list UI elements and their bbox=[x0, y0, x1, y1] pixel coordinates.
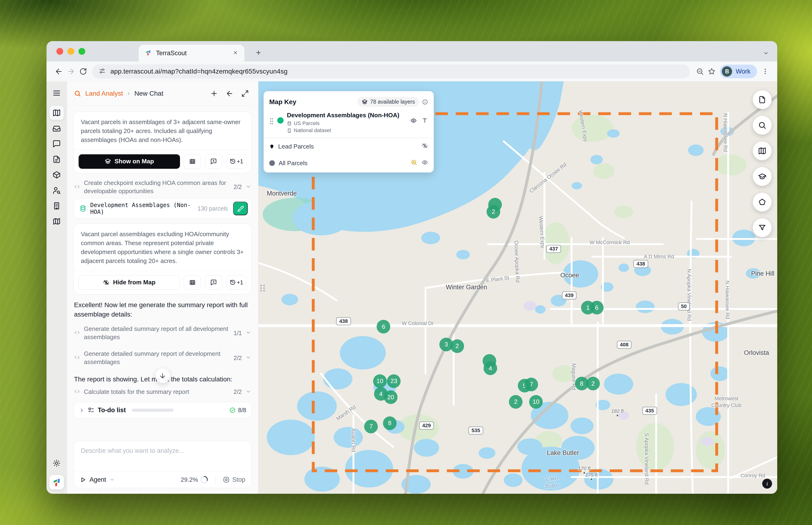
info-icon[interactable] bbox=[422, 99, 428, 105]
sidebar-item-documents[interactable] bbox=[49, 152, 64, 166]
map-attribution-info-button[interactable]: i bbox=[762, 479, 772, 489]
stop-button[interactable]: Stop bbox=[223, 476, 245, 483]
chevron-down-icon[interactable] bbox=[246, 355, 251, 361]
browser-tab[interactable]: TerraScout bbox=[139, 45, 244, 62]
tool-call-label: Create checkpoint excluding HOA common a… bbox=[84, 179, 230, 195]
terrascout-logo[interactable] bbox=[49, 475, 64, 490]
todo-list-card[interactable]: To-do list 8/8 bbox=[74, 402, 251, 418]
history-button[interactable]: +1 bbox=[226, 154, 247, 169]
query-card: Vacant parcels in assemblages of 3+ adja… bbox=[74, 111, 251, 173]
map-key-layer-title: Development Assemblages (Non-HOA) bbox=[287, 111, 407, 119]
tool-call-row[interactable]: Calculate totals for the summary report … bbox=[74, 388, 251, 396]
layer-hidden-icon[interactable] bbox=[422, 142, 428, 151]
site-info-icon[interactable] bbox=[99, 68, 106, 75]
map-canvas[interactable]: MontverdeWinter GardenOcoeeOrlovistaPine… bbox=[258, 81, 777, 494]
report-file-button[interactable] bbox=[753, 90, 771, 109]
parcel-cluster-marker[interactable]: 4 bbox=[484, 361, 497, 375]
parcel-cluster-marker[interactable]: 8 bbox=[383, 417, 397, 430]
bookmark-star-icon[interactable] bbox=[706, 65, 718, 77]
sidebar-item-map[interactable] bbox=[49, 106, 64, 120]
back-icon[interactable] bbox=[52, 65, 65, 77]
map-search-button[interactable] bbox=[753, 116, 771, 135]
parcel-cluster-marker[interactable]: 7 bbox=[364, 420, 378, 433]
available-layers-badge[interactable]: 78 available layers bbox=[357, 97, 419, 107]
sidebar-item-leads[interactable] bbox=[49, 183, 64, 197]
chevron-down-icon[interactable] bbox=[246, 389, 251, 395]
chevron-down-icon[interactable] bbox=[246, 330, 251, 336]
layer-visibility-icon[interactable] bbox=[422, 159, 428, 167]
url-bar[interactable]: app.terrascout.ai/map?chatId=hqn4zemqkeq… bbox=[92, 64, 690, 78]
tab-close-icon[interactable] bbox=[233, 50, 238, 56]
parcel-cluster-marker[interactable]: 2 bbox=[586, 377, 600, 390]
forward-icon[interactable] bbox=[65, 65, 77, 77]
parcel-cluster-marker[interactable]: 7 bbox=[524, 378, 538, 391]
chevron-down-icon[interactable] bbox=[246, 184, 251, 190]
panel-resize-handle[interactable] bbox=[260, 285, 265, 291]
parcel-cluster-marker[interactable]: 2 bbox=[487, 205, 500, 219]
chevron-right-icon[interactable] bbox=[79, 407, 85, 413]
parcel-cluster-marker[interactable]: 23 bbox=[387, 374, 401, 388]
style-layer-button[interactable] bbox=[233, 201, 248, 215]
todo-list-icon bbox=[88, 407, 94, 414]
agent-mode-selector[interactable]: Agent bbox=[90, 476, 106, 483]
tool-call-row[interactable]: Generate detailed summary report of deve… bbox=[74, 350, 251, 366]
tab-list-chevron-icon[interactable] bbox=[763, 50, 769, 57]
tool-call-row[interactable]: Generate detailed summary report of all … bbox=[74, 325, 251, 341]
sidebar-item-organizations[interactable] bbox=[49, 199, 64, 213]
drag-handle-icon[interactable] bbox=[269, 118, 274, 126]
parcel-cluster-marker[interactable]: 6 bbox=[377, 320, 390, 333]
map-key-lead-parcels-row[interactable]: Lead Parcels bbox=[264, 138, 434, 155]
comment-add-button[interactable] bbox=[205, 275, 222, 290]
layer-result-card[interactable]: Development Assemblages (Non-HOA) 130 pa… bbox=[74, 198, 251, 219]
breadcrumb-agent[interactable]: Land Analyst bbox=[85, 90, 123, 97]
browser-profile-chip[interactable]: B Work bbox=[720, 65, 757, 78]
draw-polygon-button[interactable] bbox=[753, 193, 771, 211]
zoom-out-icon[interactable] bbox=[694, 65, 706, 77]
table-view-button[interactable] bbox=[184, 275, 201, 290]
parcel-cluster-marker[interactable]: 20 bbox=[384, 390, 398, 404]
theme-toggle-sun-icon[interactable] bbox=[49, 456, 64, 470]
chat-messages[interactable]: Vacant parcels in assemblages of 3+ adja… bbox=[67, 106, 258, 438]
url-text[interactable]: app.terrascout.ai/map?chatId=hqn4zemqkeq… bbox=[110, 68, 683, 75]
new-chat-button[interactable] bbox=[208, 87, 220, 100]
comment-add-button[interactable] bbox=[205, 154, 222, 169]
map-key-all-parcels-row[interactable]: All Parcels bbox=[264, 155, 434, 171]
expand-panel-button[interactable] bbox=[239, 87, 251, 100]
basemap-button[interactable] bbox=[753, 141, 771, 160]
zoom-to-layer-icon[interactable] bbox=[411, 159, 417, 167]
hide-from-map-button[interactable]: Hide from Map bbox=[78, 275, 180, 290]
chevron-down-icon[interactable] bbox=[109, 477, 114, 482]
parcel-cluster-marker[interactable]: 2 bbox=[450, 339, 464, 353]
layer-labels-icon[interactable] bbox=[422, 117, 428, 125]
history-button[interactable]: +1 bbox=[226, 275, 247, 290]
layer-visibility-icon[interactable] bbox=[410, 117, 417, 125]
composer-input[interactable]: Describe what you want to analyze... bbox=[74, 441, 251, 471]
collapse-panel-button[interactable] bbox=[224, 87, 236, 100]
tab-title: TerraScout bbox=[156, 49, 228, 57]
show-on-map-button[interactable]: Show on Map bbox=[78, 154, 180, 169]
scroll-to-bottom-button[interactable] bbox=[155, 369, 170, 383]
run-play-icon[interactable] bbox=[80, 477, 86, 483]
tool-call-row[interactable]: Create checkpoint excluding HOA common a… bbox=[74, 179, 251, 195]
sidebar-item-chat[interactable] bbox=[49, 137, 64, 151]
table-view-button[interactable] bbox=[184, 154, 201, 169]
reload-icon[interactable] bbox=[77, 65, 89, 77]
education-button[interactable] bbox=[753, 167, 771, 186]
browser-menu-icon[interactable] bbox=[760, 65, 771, 77]
parcel-cluster-marker[interactable]: 10 bbox=[529, 395, 543, 409]
parcel-cluster-marker[interactable]: 10 bbox=[373, 374, 387, 388]
menu-icon[interactable] bbox=[49, 86, 64, 100]
filter-button[interactable] bbox=[753, 218, 771, 237]
sidebar-item-datasets[interactable] bbox=[49, 168, 64, 182]
map-key-layer-row[interactable]: Development Assemblages (Non-HOA) US Par… bbox=[264, 109, 434, 138]
sidebar-item-inbox[interactable] bbox=[49, 121, 64, 135]
minimize-window-button[interactable] bbox=[67, 48, 74, 55]
parcel-cluster-marker[interactable]: 2 bbox=[509, 395, 523, 409]
parcel-cluster-marker[interactable]: 6 bbox=[590, 301, 603, 314]
new-tab-button[interactable] bbox=[253, 47, 264, 58]
route-shield: 50 bbox=[678, 302, 690, 311]
sidebar-item-maps[interactable] bbox=[49, 214, 64, 228]
close-window-button[interactable] bbox=[56, 48, 63, 55]
route-shield: 435 bbox=[642, 407, 657, 415]
zoom-window-button[interactable] bbox=[78, 48, 85, 55]
